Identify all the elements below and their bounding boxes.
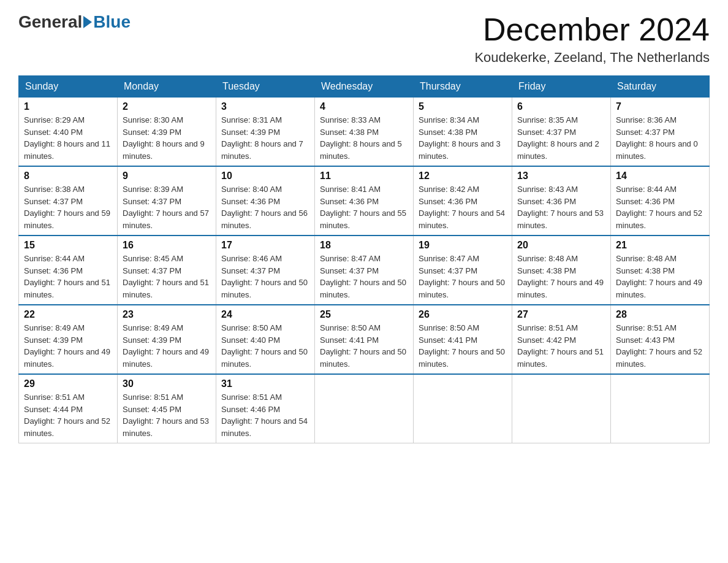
calendar-cell: 12Sunrise: 8:42 AMSunset: 4:36 PMDayligh… xyxy=(414,166,512,236)
day-info: Sunrise: 8:47 AMSunset: 4:37 PMDaylight:… xyxy=(320,253,408,301)
weekday-header-row: SundayMondayTuesdayWednesdayThursdayFrid… xyxy=(19,76,710,98)
calendar-cell: 23Sunrise: 8:49 AMSunset: 4:39 PMDayligh… xyxy=(118,305,216,374)
day-info: Sunrise: 8:30 AMSunset: 4:39 PMDaylight:… xyxy=(123,114,211,162)
calendar-cell: 21Sunrise: 8:48 AMSunset: 4:38 PMDayligh… xyxy=(611,236,710,305)
day-number: 21 xyxy=(616,240,704,251)
calendar-cell: 4Sunrise: 8:33 AMSunset: 4:38 PMDaylight… xyxy=(315,98,414,167)
calendar-cell: 10Sunrise: 8:40 AMSunset: 4:36 PMDayligh… xyxy=(216,166,315,236)
weekday-header-friday: Friday xyxy=(512,76,611,98)
day-info: Sunrise: 8:29 AMSunset: 4:40 PMDaylight:… xyxy=(24,114,112,162)
calendar-week-row: 22Sunrise: 8:49 AMSunset: 4:39 PMDayligh… xyxy=(19,305,710,374)
day-info: Sunrise: 8:36 AMSunset: 4:37 PMDaylight:… xyxy=(616,114,704,162)
calendar-cell: 11Sunrise: 8:41 AMSunset: 4:36 PMDayligh… xyxy=(315,166,414,236)
day-number: 26 xyxy=(419,309,507,320)
calendar-cell: 19Sunrise: 8:47 AMSunset: 4:37 PMDayligh… xyxy=(414,236,512,305)
weekday-header-sunday: Sunday xyxy=(19,76,118,98)
day-info: Sunrise: 8:48 AMSunset: 4:38 PMDaylight:… xyxy=(616,253,704,301)
logo: General Blue xyxy=(18,12,131,32)
calendar-cell xyxy=(611,374,710,443)
day-number: 4 xyxy=(320,101,408,112)
day-number: 15 xyxy=(24,240,112,251)
calendar-cell: 20Sunrise: 8:48 AMSunset: 4:38 PMDayligh… xyxy=(512,236,611,305)
calendar-cell: 9Sunrise: 8:39 AMSunset: 4:37 PMDaylight… xyxy=(118,166,216,236)
calendar-cell: 13Sunrise: 8:43 AMSunset: 4:36 PMDayligh… xyxy=(512,166,611,236)
day-info: Sunrise: 8:48 AMSunset: 4:38 PMDaylight:… xyxy=(517,253,605,301)
logo-blue-text: Blue xyxy=(93,12,131,32)
day-info: Sunrise: 8:49 AMSunset: 4:39 PMDaylight:… xyxy=(123,322,211,370)
calendar-week-row: 29Sunrise: 8:51 AMSunset: 4:44 PMDayligh… xyxy=(19,374,710,443)
day-info: Sunrise: 8:50 AMSunset: 4:41 PMDaylight:… xyxy=(419,322,507,370)
day-info: Sunrise: 8:46 AMSunset: 4:37 PMDaylight:… xyxy=(221,253,309,301)
day-info: Sunrise: 8:51 AMSunset: 4:45 PMDaylight:… xyxy=(123,391,211,439)
day-number: 5 xyxy=(419,101,507,112)
calendar-cell: 25Sunrise: 8:50 AMSunset: 4:41 PMDayligh… xyxy=(315,305,414,374)
calendar-cell: 2Sunrise: 8:30 AMSunset: 4:39 PMDaylight… xyxy=(118,98,216,167)
calendar-cell xyxy=(414,374,512,443)
day-info: Sunrise: 8:39 AMSunset: 4:37 PMDaylight:… xyxy=(123,183,211,231)
calendar-cell: 30Sunrise: 8:51 AMSunset: 4:45 PMDayligh… xyxy=(118,374,216,443)
day-info: Sunrise: 8:49 AMSunset: 4:39 PMDaylight:… xyxy=(24,322,112,370)
day-info: Sunrise: 8:44 AMSunset: 4:36 PMDaylight:… xyxy=(616,183,704,231)
day-number: 14 xyxy=(616,170,704,182)
calendar-week-row: 15Sunrise: 8:44 AMSunset: 4:36 PMDayligh… xyxy=(19,236,710,305)
day-number: 9 xyxy=(123,170,211,182)
day-number: 24 xyxy=(221,309,309,320)
calendar-cell: 15Sunrise: 8:44 AMSunset: 4:36 PMDayligh… xyxy=(19,236,118,305)
day-number: 18 xyxy=(320,240,408,251)
weekday-header-thursday: Thursday xyxy=(414,76,512,98)
day-number: 20 xyxy=(517,240,605,251)
weekday-header-wednesday: Wednesday xyxy=(315,76,414,98)
weekday-header-tuesday: Tuesday xyxy=(216,76,315,98)
day-number: 22 xyxy=(24,309,112,320)
calendar-cell: 1Sunrise: 8:29 AMSunset: 4:40 PMDaylight… xyxy=(19,98,118,167)
day-number: 30 xyxy=(123,378,211,389)
calendar-cell: 6Sunrise: 8:35 AMSunset: 4:37 PMDaylight… xyxy=(512,98,611,167)
day-number: 23 xyxy=(123,309,211,320)
weekday-header-saturday: Saturday xyxy=(611,76,710,98)
page-title: December 2024 xyxy=(474,12,710,47)
title-block: December 2024 Koudekerke, Zeeland, The N… xyxy=(474,12,710,66)
day-info: Sunrise: 8:41 AMSunset: 4:36 PMDaylight:… xyxy=(320,183,408,231)
day-number: 13 xyxy=(517,170,605,182)
day-info: Sunrise: 8:33 AMSunset: 4:38 PMDaylight:… xyxy=(320,114,408,162)
day-info: Sunrise: 8:34 AMSunset: 4:38 PMDaylight:… xyxy=(419,114,507,162)
day-number: 2 xyxy=(123,101,211,112)
calendar-cell: 28Sunrise: 8:51 AMSunset: 4:43 PMDayligh… xyxy=(611,305,710,374)
weekday-header-monday: Monday xyxy=(118,76,216,98)
calendar-cell: 16Sunrise: 8:45 AMSunset: 4:37 PMDayligh… xyxy=(118,236,216,305)
logo-arrow-icon xyxy=(83,16,92,28)
calendar-cell: 27Sunrise: 8:51 AMSunset: 4:42 PMDayligh… xyxy=(512,305,611,374)
day-info: Sunrise: 8:44 AMSunset: 4:36 PMDaylight:… xyxy=(24,253,112,301)
calendar-week-row: 8Sunrise: 8:38 AMSunset: 4:37 PMDaylight… xyxy=(19,166,710,236)
calendar-cell: 7Sunrise: 8:36 AMSunset: 4:37 PMDaylight… xyxy=(611,98,710,167)
day-info: Sunrise: 8:50 AMSunset: 4:41 PMDaylight:… xyxy=(320,322,408,370)
page-header: General Blue December 2024 Koudekerke, Z… xyxy=(18,12,710,66)
location-subtitle: Koudekerke, Zeeland, The Netherlands xyxy=(474,50,710,66)
day-number: 12 xyxy=(419,170,507,182)
day-info: Sunrise: 8:51 AMSunset: 4:42 PMDaylight:… xyxy=(517,322,605,370)
logo-general-text: General xyxy=(18,12,82,32)
day-number: 1 xyxy=(24,101,112,112)
calendar-cell: 18Sunrise: 8:47 AMSunset: 4:37 PMDayligh… xyxy=(315,236,414,305)
calendar-cell: 8Sunrise: 8:38 AMSunset: 4:37 PMDaylight… xyxy=(19,166,118,236)
calendar-cell: 24Sunrise: 8:50 AMSunset: 4:40 PMDayligh… xyxy=(216,305,315,374)
calendar-cell: 5Sunrise: 8:34 AMSunset: 4:38 PMDaylight… xyxy=(414,98,512,167)
day-number: 7 xyxy=(616,101,704,112)
calendar-cell xyxy=(512,374,611,443)
day-number: 28 xyxy=(616,309,704,320)
day-info: Sunrise: 8:35 AMSunset: 4:37 PMDaylight:… xyxy=(517,114,605,162)
day-info: Sunrise: 8:31 AMSunset: 4:39 PMDaylight:… xyxy=(221,114,309,162)
calendar-cell: 17Sunrise: 8:46 AMSunset: 4:37 PMDayligh… xyxy=(216,236,315,305)
day-number: 31 xyxy=(221,378,309,389)
day-number: 19 xyxy=(419,240,507,251)
day-info: Sunrise: 8:45 AMSunset: 4:37 PMDaylight:… xyxy=(123,253,211,301)
day-number: 27 xyxy=(517,309,605,320)
calendar-cell: 29Sunrise: 8:51 AMSunset: 4:44 PMDayligh… xyxy=(19,374,118,443)
calendar-cell: 14Sunrise: 8:44 AMSunset: 4:36 PMDayligh… xyxy=(611,166,710,236)
calendar-cell xyxy=(315,374,414,443)
day-number: 29 xyxy=(24,378,112,389)
day-info: Sunrise: 8:47 AMSunset: 4:37 PMDaylight:… xyxy=(419,253,507,301)
calendar-table: SundayMondayTuesdayWednesdayThursdayFrid… xyxy=(18,75,710,443)
day-number: 3 xyxy=(221,101,309,112)
day-info: Sunrise: 8:51 AMSunset: 4:46 PMDaylight:… xyxy=(221,391,309,439)
